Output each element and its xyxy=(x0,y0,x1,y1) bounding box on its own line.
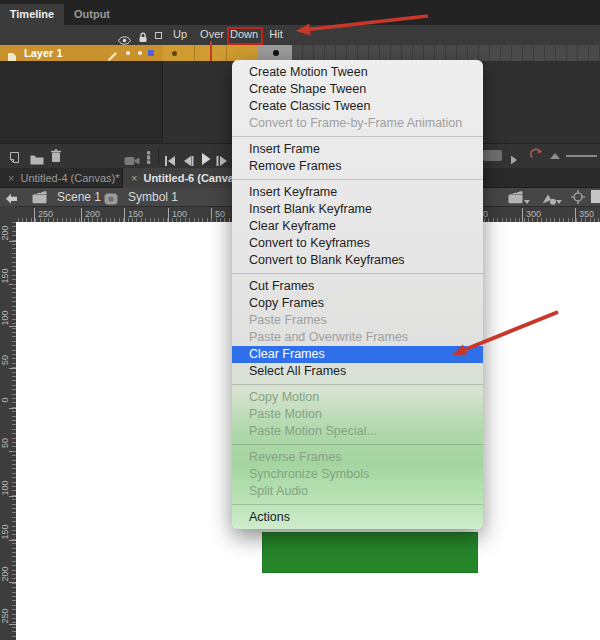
panel-resize-up-icon[interactable] xyxy=(550,153,560,159)
v-ruler-label: 200 xyxy=(0,218,12,248)
menu-item-convert-to-keyframes[interactable]: Convert to Keyframes xyxy=(232,235,483,252)
menu-item-create-motion-tween[interactable]: Create Motion Tween xyxy=(232,64,483,81)
chevron-down-icon xyxy=(524,200,530,204)
context-menu: Create Motion TweenCreate Shape TweenCre… xyxy=(232,60,483,529)
menu-item-synchronize-symbols: Synchronize Symbols xyxy=(232,466,483,483)
v-ruler-label: 150 xyxy=(0,261,12,291)
hit-keyframe-dot xyxy=(273,50,279,56)
flash-application-window: Timeline Output UpOverDownHit Layer 1 xyxy=(0,0,600,640)
chevron-down-icon xyxy=(556,200,562,204)
v-ruler-label: 250 xyxy=(0,601,12,631)
v-ruler-tick xyxy=(9,451,16,452)
menu-item-reverse-frames: Reverse Frames xyxy=(232,449,483,466)
hit-frame-cell[interactable] xyxy=(258,45,292,61)
menu-item-insert-frame[interactable]: Insert Frame xyxy=(232,141,483,158)
menu-item-actions[interactable]: Actions xyxy=(232,509,483,526)
menu-item-clear-frames[interactable]: Clear Frames xyxy=(232,346,483,363)
menu-item-paste-and-overwrite-frames: Paste and Overwrite Frames xyxy=(232,329,483,346)
menu-item-create-shape-tween[interactable]: Create Shape Tween xyxy=(232,81,483,98)
menu-item-paste-frames: Paste Frames xyxy=(232,312,483,329)
timeline-layer-row: Layer 1 xyxy=(0,45,600,61)
menu-separator xyxy=(232,444,483,445)
play-icon[interactable] xyxy=(201,151,211,169)
frame-label-hit[interactable]: Hit xyxy=(260,28,292,40)
new-layer-icon[interactable] xyxy=(8,150,21,168)
h-ruler-label: 50 xyxy=(211,208,225,222)
menu-separator xyxy=(232,179,483,180)
v-ruler-label: 100 xyxy=(0,303,12,333)
layer-list-empty-area xyxy=(0,61,163,143)
h-ruler-label: 300 xyxy=(522,208,541,222)
v-ruler-tick xyxy=(9,496,16,497)
v-ruler-tick xyxy=(9,540,16,541)
timeline-header: UpOverDownHit xyxy=(0,25,600,45)
loop-playback-icon[interactable] xyxy=(529,148,544,166)
menu-item-copy-frames[interactable]: Copy Frames xyxy=(232,295,483,312)
h-ruler-label: 100 xyxy=(168,208,187,222)
h-ruler-label: 350 xyxy=(575,208,594,222)
scroll-right-arrow-icon[interactable] xyxy=(510,151,518,169)
v-ruler-label: 50 xyxy=(0,428,12,458)
v-ruler-tick xyxy=(9,284,16,285)
frame-label-up[interactable]: Up xyxy=(164,28,196,40)
stage-green-rectangle[interactable] xyxy=(262,532,478,573)
doc-tab-label: Untitled-6 (Canva xyxy=(143,172,233,184)
menu-item-copy-motion: Copy Motion xyxy=(232,389,483,406)
tab-output[interactable]: Output xyxy=(66,4,118,25)
v-ruler-label: 150 xyxy=(0,517,12,547)
menu-item-paste-motion-special: Paste Motion Special... xyxy=(232,423,483,440)
v-ruler-tick xyxy=(9,368,16,369)
scene-breadcrumb[interactable]: Scene 1 xyxy=(57,188,101,206)
tab-timeline[interactable]: Timeline xyxy=(0,4,64,25)
timeline-playhead[interactable] xyxy=(210,41,212,61)
menu-item-insert-blank-keyframe[interactable]: Insert Blank Keyframe xyxy=(232,201,483,218)
toolbar-divider xyxy=(158,148,159,165)
doc-tab-untitled-4[interactable]: ×Untitled-4 (Canvas)* xyxy=(0,168,123,188)
frame-view-icon[interactable] xyxy=(147,150,151,168)
h-ruler-label: 200 xyxy=(81,208,100,222)
menu-separator xyxy=(232,384,483,385)
empty-frames-grid[interactable] xyxy=(292,45,600,61)
timeline-scrollbar-thumb[interactable] xyxy=(483,150,502,161)
menu-item-split-audio: Split Audio xyxy=(232,483,483,500)
v-ruler-tick xyxy=(9,624,16,625)
keyframe-dot[interactable] xyxy=(172,51,177,56)
v-ruler-label: 50 xyxy=(0,345,12,375)
delete-layer-trash-icon[interactable] xyxy=(50,149,62,167)
menu-item-insert-keyframe[interactable]: Insert Keyframe xyxy=(232,184,483,201)
down-frame-highlight-box xyxy=(227,27,263,45)
h-ruler-label: 150 xyxy=(124,208,143,222)
v-ruler-tick xyxy=(9,326,16,327)
layer-row-header[interactable]: Layer 1 xyxy=(0,45,163,61)
layer-lock-dot[interactable] xyxy=(138,51,142,55)
layer-visibility-dot[interactable] xyxy=(126,51,130,55)
menu-item-convert-to-frame-by-frame-animation: Convert to Frame-by-Frame Animation xyxy=(232,115,483,132)
menu-item-create-classic-tween[interactable]: Create Classic Tween xyxy=(232,98,483,115)
layer-name-label[interactable]: Layer 1 xyxy=(24,45,63,61)
close-icon[interactable]: × xyxy=(8,172,14,184)
symbol-breadcrumb[interactable]: Symbol 1 xyxy=(128,188,178,206)
frame-label-over[interactable]: Over xyxy=(196,28,228,40)
close-icon[interactable]: × xyxy=(131,172,137,184)
menu-item-clear-keyframe[interactable]: Clear Keyframe xyxy=(232,218,483,235)
v-ruler-tick xyxy=(9,582,16,583)
v-ruler-tick xyxy=(9,241,16,242)
new-folder-icon[interactable] xyxy=(30,151,44,169)
menu-separator xyxy=(232,504,483,505)
panel-tabbar: Timeline Output xyxy=(0,0,600,25)
h-ruler-label: 250 xyxy=(34,208,53,222)
vertical-ruler: 20015010050050100150200250 xyxy=(0,222,16,640)
menu-separator xyxy=(232,273,483,274)
menu-separator xyxy=(232,136,483,137)
doc-tab-label: Untitled-4 (Canvas)* xyxy=(20,172,119,184)
menu-item-convert-to-blank-keyframes[interactable]: Convert to Blank Keyframes xyxy=(232,252,483,269)
menu-item-select-all-frames[interactable]: Select All Frames xyxy=(232,363,483,380)
layer-outline-color-swatch[interactable] xyxy=(148,50,154,56)
menu-item-remove-frames[interactable]: Remove Frames xyxy=(232,158,483,175)
v-ruler-label: 100 xyxy=(0,473,12,503)
menu-item-cut-frames[interactable]: Cut Frames xyxy=(232,278,483,295)
v-ruler-tick xyxy=(9,408,16,409)
frame-size-slider[interactable] xyxy=(566,155,597,157)
zoom-percent-field[interactable] xyxy=(591,190,600,203)
outline-mode-icon[interactable] xyxy=(155,32,162,39)
